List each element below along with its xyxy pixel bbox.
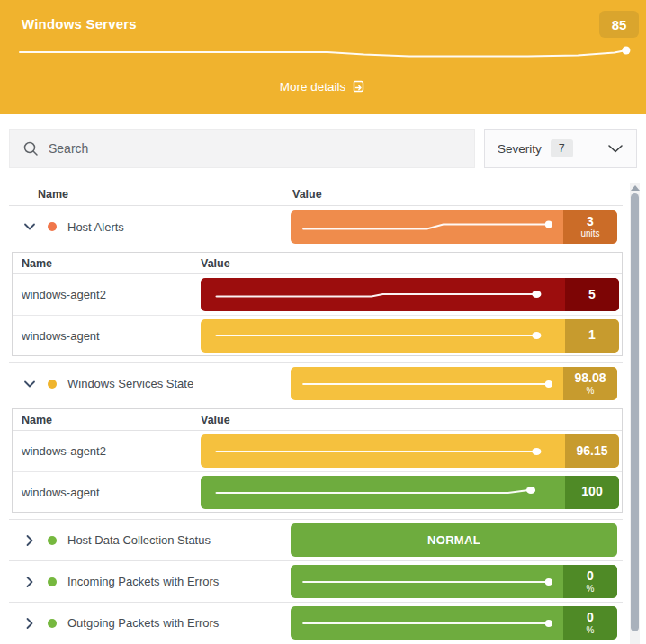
table-row-incoming-packets-errors[interactable]: Incoming Packets with Errors 0 % [9, 560, 623, 602]
bar-sparkline [291, 367, 563, 400]
table-row-outgoing-packets-errors[interactable]: Outgoing Packets with Errors 0 % [9, 602, 623, 643]
severity-dot [48, 380, 57, 389]
metric-bar: 1 [201, 319, 619, 353]
metric-value: 3 [587, 215, 594, 228]
nested-table-header: Name Value [13, 409, 622, 431]
value-box: 0 % [563, 565, 617, 598]
search-input[interactable] [49, 141, 462, 156]
agent-label: windows-agent [13, 329, 201, 343]
metric-bar: 3 units [291, 210, 617, 244]
value-box: 98.08 % [563, 367, 617, 400]
nested-table-header: Name Value [13, 253, 622, 274]
chevron-down-icon [607, 143, 624, 154]
open-report-icon [352, 79, 366, 94]
metric-value: 5 [588, 288, 596, 301]
more-details-label: More details [280, 80, 346, 94]
count-badge: 85 [599, 11, 639, 38]
metric-label: Outgoing Packets with Errors [67, 616, 219, 630]
metric-unit: % [587, 584, 595, 594]
agent-label: windows-agent2 [13, 288, 201, 301]
metric-label: Host Alerts [67, 220, 124, 234]
severity-dot [48, 577, 57, 586]
page-title: Windows Servers [22, 11, 137, 31]
value-box: 5 [565, 278, 619, 311]
chevron-right-icon[interactable] [22, 533, 37, 548]
metric-bar: 0 % [291, 565, 617, 598]
status-text: NORMAL [427, 533, 480, 547]
vertical-scrollbar[interactable] [630, 183, 640, 644]
chevron-right-icon[interactable] [22, 575, 37, 589]
more-details-link[interactable]: More details [0, 79, 646, 94]
value-box: 96.15 [565, 434, 619, 468]
metric-bar: 96.15 [201, 434, 619, 468]
metric-unit: % [587, 625, 595, 635]
metric-value: 96.15 [576, 444, 607, 458]
column-header-name: Name [13, 414, 201, 426]
toolbar: Severity 7 [0, 114, 646, 183]
scroll-up-arrow-icon[interactable] [631, 185, 640, 191]
metric-value: 98.08 [574, 371, 606, 385]
agent-label: windows-agent [13, 486, 201, 499]
status-bar: NORMAL [291, 523, 617, 557]
severity-dot [48, 619, 57, 628]
table-row-host-alerts[interactable]: Host Alerts 3 units [9, 206, 623, 247]
nested-row[interactable]: windows-agent 1 [13, 315, 622, 355]
metric-label: Incoming Packets with Errors [67, 575, 219, 588]
metric-value: 1 [588, 328, 596, 342]
metric-value: 0 [587, 569, 594, 583]
bar-sparkline [201, 278, 565, 311]
bar-sparkline [201, 434, 565, 468]
metric-label: Host Data Collection Status [67, 533, 211, 547]
bar-sparkline [291, 210, 563, 244]
severity-label: Severity [498, 142, 542, 156]
metrics-table: Name Value Host Alerts [0, 183, 646, 644]
metric-label: Windows Services State [67, 377, 193, 390]
metric-bar: 5 [201, 278, 619, 311]
bar-sparkline [291, 606, 563, 640]
nested-table-windows-services: Name Value windows-agent2 96.15 [12, 408, 623, 513]
bar-sparkline [201, 319, 565, 353]
bar-sparkline [201, 476, 565, 509]
metric-bar: 0 % [291, 606, 617, 640]
metric-value: 100 [581, 485, 602, 498]
value-box: 0 % [563, 606, 617, 640]
chevron-right-icon[interactable] [22, 616, 37, 631]
metric-unit: units [580, 228, 599, 238]
column-header-name: Name [13, 257, 201, 270]
bar-sparkline [291, 565, 563, 598]
severity-dropdown[interactable]: Severity 7 [484, 129, 637, 168]
search-icon [22, 140, 40, 157]
value-box: 3 units [563, 210, 617, 244]
severity-count-badge: 7 [551, 139, 573, 157]
metric-value: 0 [587, 611, 594, 624]
widget-card: Windows Servers 85 More details [0, 0, 646, 644]
chevron-down-icon[interactable] [22, 219, 37, 234]
nested-row[interactable]: windows-agent 100 [13, 471, 622, 512]
agent-label: windows-agent2 [13, 444, 201, 458]
value-box: 100 [565, 476, 619, 509]
nested-row[interactable]: windows-agent2 96.15 [13, 431, 622, 471]
metric-unit: % [587, 386, 595, 396]
severity-dot [48, 222, 57, 231]
column-header-value: Value [291, 188, 623, 201]
metric-bar: 100 [201, 476, 619, 509]
chevron-down-icon[interactable] [22, 377, 37, 391]
nested-table-host-alerts: Name Value windows-agent2 5 [12, 252, 623, 356]
header-sparkline [18, 43, 633, 65]
scrollbar-thumb[interactable] [631, 193, 639, 631]
severity-dot [48, 536, 57, 545]
metric-bar: 98.08 % [291, 367, 617, 400]
nested-row[interactable]: windows-agent2 5 [13, 274, 622, 315]
column-header-value: Value [201, 414, 622, 426]
table-row-host-data-collection-status[interactable]: Host Data Collection Status NORMAL [9, 519, 623, 560]
search-box[interactable] [9, 129, 475, 168]
value-box: 1 [565, 319, 619, 353]
widget-header: Windows Servers 85 More details [0, 0, 646, 114]
table-row-windows-services-state[interactable]: Windows Services State 98.08 % [9, 362, 623, 404]
column-header-name: Name [9, 188, 291, 201]
column-header-value: Value [201, 257, 622, 270]
table-header: Name Value [9, 183, 623, 206]
